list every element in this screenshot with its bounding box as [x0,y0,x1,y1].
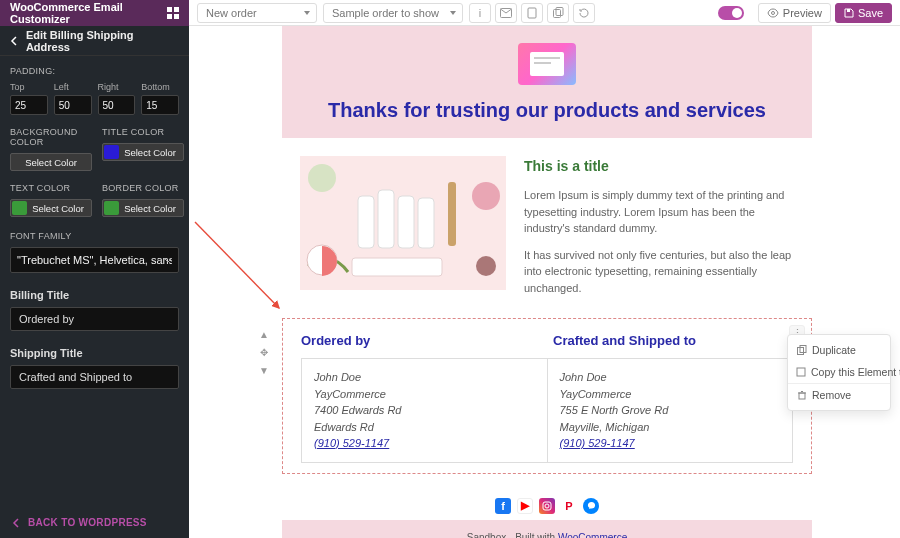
svg-rect-5 [528,8,536,18]
svg-rect-21 [543,502,551,510]
enable-toggle[interactable] [718,6,744,20]
app-title: WooCommerce Email Customizer [10,1,167,25]
chevron-down-icon [163,255,173,265]
svg-point-8 [771,11,774,14]
send-test-icon[interactable] [495,3,517,23]
duplicate-icon [796,345,807,356]
padding-bottom-input[interactable] [141,95,179,115]
footer-link[interactable]: WooCommerce [558,532,627,539]
shipping-title-label: Shipping Title [10,347,179,359]
hero-title: Thanks for trusting our products and ser… [328,99,766,122]
app-header: WooCommerce Email Customizer [0,0,189,26]
messenger-icon[interactable] [583,498,599,514]
padding-label: PADDING: [10,66,179,76]
reset-icon[interactable] [573,3,595,23]
eye-icon [767,8,779,18]
padding-top-input[interactable] [10,95,48,115]
email-preview: Thanks for trusting our products and ser… [282,26,812,538]
billing-address: John Doe YayCommerce 7400 Edwards Rd Edw… [302,359,548,462]
instagram-icon[interactable] [539,498,555,514]
back-arrow-icon [12,518,22,528]
ctx-copy[interactable]: Copy this Element to [788,361,890,383]
title-color-button[interactable]: Select Color [102,143,184,161]
back-to-wordpress-link[interactable]: BACK TO WORDPRESS [0,517,189,528]
svg-rect-13 [378,190,394,248]
billing-title-label: Billing Title [10,289,179,301]
svg-rect-6 [553,10,560,18]
border-color-button[interactable]: Select Color [102,199,184,217]
svg-point-22 [545,504,549,508]
pinterest-icon[interactable]: P [561,498,577,514]
svg-rect-0 [167,7,172,12]
content-section[interactable]: This is a title Lorem Ipsum is simply du… [282,138,812,318]
billing-heading: Ordered by [301,333,541,348]
svg-rect-15 [418,198,434,248]
copy-icon [796,367,806,378]
svg-line-23 [195,222,279,308]
save-icon [844,8,854,18]
text-color-button[interactable]: Select Color [10,199,92,217]
facebook-icon[interactable]: f [495,498,511,514]
panel-heading[interactable]: Edit Billing Shipping Address [0,26,189,56]
padding-right-input[interactable] [98,95,136,115]
svg-rect-27 [799,393,805,399]
body-title: This is a title [524,156,794,177]
email-type-select[interactable]: New order [197,3,317,23]
move-down-handle[interactable]: ▼ [259,363,269,377]
preview-button[interactable]: Preview [758,3,831,23]
svg-rect-26 [797,368,805,376]
svg-rect-3 [174,14,179,19]
svg-rect-16 [448,182,456,246]
svg-rect-1 [174,7,179,12]
block-handles: ▲ ✥ ▼ [259,327,269,377]
svg-rect-2 [167,14,172,19]
back-arrow-icon [10,36,20,46]
email-footer: Sandbox - Built with WooCommerce [282,520,812,539]
font-family-select[interactable] [10,247,179,273]
social-icons: f ▶ P [282,488,812,520]
billing-phone-link[interactable]: (910) 529-1147 [314,437,389,449]
hero-section[interactable]: Thanks for trusting our products and ser… [282,26,812,138]
shipping-heading: Crafted and Shipped to [553,333,793,348]
svg-rect-9 [847,9,850,12]
ctx-remove[interactable]: Remove [788,383,890,406]
svg-point-17 [472,182,500,210]
context-menu: Duplicate Copy this Element to Remove [787,334,891,411]
svg-point-11 [308,164,336,192]
billing-title-input[interactable] [10,307,179,331]
svg-rect-12 [358,196,374,248]
move-handle[interactable]: ✥ [259,345,269,359]
svg-rect-7 [556,8,563,16]
trash-icon [796,390,807,401]
sample-order-select[interactable]: Sample order to show [323,3,463,23]
shipping-address: John Doe YayCommerce 755 E North Grove R… [548,359,793,462]
canvas: Thanks for trusting our products and ser… [189,26,900,538]
shipping-phone-link[interactable]: (910) 529-1147 [560,437,635,449]
ctx-duplicate[interactable]: Duplicate [788,339,890,361]
move-up-handle[interactable]: ▲ [259,327,269,341]
sidebar: WooCommerce Email Customizer Edit Billin… [0,0,189,538]
product-photo [300,156,506,290]
topbar: New order Sample order to show i Preview… [189,0,900,26]
save-button[interactable]: Save [835,3,892,23]
shipping-title-input[interactable] [10,365,179,389]
info-icon[interactable]: i [469,3,491,23]
svg-point-19 [476,256,496,276]
copy-shortcode-icon[interactable] [547,3,569,23]
hero-image-placeholder [518,43,576,85]
svg-rect-20 [352,258,442,276]
svg-rect-14 [398,196,414,248]
background-color-button[interactable]: Select Color [10,153,92,171]
dashboard-icon[interactable] [167,7,179,19]
youtube-icon[interactable]: ▶ [517,498,533,514]
import-export-icon[interactable] [521,3,543,23]
billing-shipping-block[interactable]: ▲ ✥ ▼ ⋮ Ordered by Crafted and Shipped t… [282,318,812,474]
padding-left-input[interactable] [54,95,92,115]
body-text: This is a title Lorem Ipsum is simply du… [524,156,794,306]
